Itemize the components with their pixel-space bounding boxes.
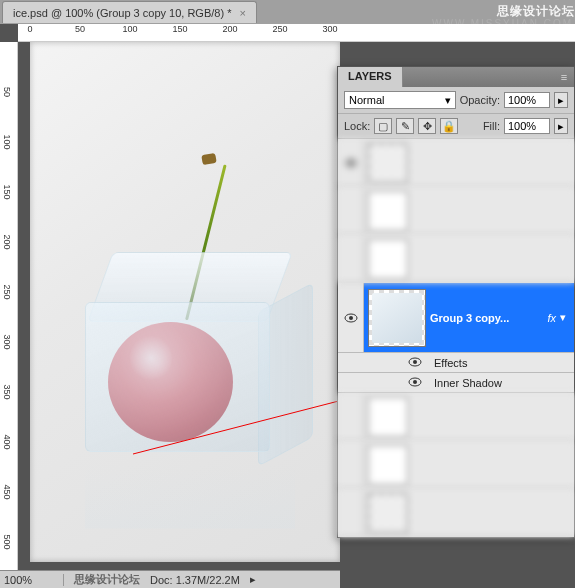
effects-row[interactable]: Effects	[338, 353, 574, 373]
fill-input[interactable]: 100%	[504, 118, 550, 134]
effect-inner-shadow-row[interactable]: Inner Shadow	[338, 373, 574, 393]
layer-thumbnail	[368, 143, 408, 183]
lock-all-icon[interactable]: 🔒	[440, 118, 458, 134]
blend-opacity-row: Normal ▾ Opacity: 100% ▸	[338, 87, 574, 114]
layer-thumbnail	[368, 289, 426, 347]
chevron-down-icon: ▾	[445, 94, 451, 107]
layer-list: Group 3 copy... fx ▾ Effects Inner Shado…	[338, 139, 574, 537]
cherry-stem-top	[201, 153, 217, 165]
zoom-level[interactable]: 100%	[4, 574, 64, 586]
chevron-down-icon[interactable]: ▾	[560, 311, 574, 324]
layer-row[interactable]	[338, 393, 574, 441]
layer-name: Group 3 copy...	[430, 312, 547, 324]
artboard	[30, 42, 340, 562]
document-tab-title: ice.psd @ 100% (Group 3 copy 10, RGB/8) …	[13, 7, 231, 19]
effects-label: Effects	[434, 357, 467, 369]
panel-titlebar: LAYERS ≡	[338, 67, 574, 87]
ruler-horizontal[interactable]: 0 50 100 150 200 250 300	[18, 24, 575, 42]
layers-tab[interactable]: LAYERS	[338, 67, 403, 87]
lock-transparent-icon[interactable]: ▢	[374, 118, 392, 134]
eye-icon[interactable]	[408, 357, 424, 369]
ruler-vertical[interactable]: 50 100 150 200 250 300 350 400 450 500	[0, 42, 18, 572]
layer-row-selected[interactable]: Group 3 copy... fx ▾	[338, 283, 574, 353]
status-bar: 100% 思缘设计论坛 Doc: 1.37M/22.2M ▸	[0, 570, 340, 588]
lock-fill-row: Lock: ▢ ✎ ✥ 🔒 Fill: 100% ▸	[338, 114, 574, 139]
layer-thumbnail	[368, 191, 408, 231]
opacity-flyout-icon[interactable]: ▸	[554, 92, 568, 108]
doc-size: Doc: 1.37M/22.2M	[150, 574, 240, 586]
layer-row[interactable]	[338, 139, 574, 187]
eye-icon[interactable]	[408, 377, 424, 389]
ice-cube	[85, 252, 295, 452]
lock-position-icon[interactable]: ✥	[418, 118, 436, 134]
fill-flyout-icon[interactable]: ▸	[554, 118, 568, 134]
panel-menu-icon[interactable]: ≡	[554, 67, 574, 87]
layer-row[interactable]	[338, 489, 574, 537]
fill-label: Fill:	[483, 120, 500, 132]
layer-thumbnail	[368, 445, 408, 485]
lock-pixels-icon[interactable]: ✎	[396, 118, 414, 134]
chevron-right-icon[interactable]: ▸	[250, 573, 256, 586]
lock-label: Lock:	[344, 120, 370, 132]
close-icon[interactable]: ×	[239, 7, 245, 19]
opacity-label: Opacity:	[460, 94, 500, 106]
layer-row[interactable]	[338, 187, 574, 235]
document-tab[interactable]: ice.psd @ 100% (Group 3 copy 10, RGB/8) …	[2, 1, 257, 23]
svg-point-6	[413, 360, 417, 364]
fx-badge: fx	[547, 312, 556, 324]
layer-thumbnail	[368, 397, 408, 437]
opacity-input[interactable]: 100%	[504, 92, 550, 108]
eye-icon[interactable]	[344, 313, 358, 323]
svg-point-4	[349, 316, 353, 320]
layer-row[interactable]	[338, 441, 574, 489]
eye-icon[interactable]	[344, 158, 358, 168]
layer-thumbnail	[368, 493, 408, 533]
layer-row[interactable]	[338, 235, 574, 283]
layer-thumbnail	[368, 239, 408, 279]
svg-point-8	[413, 380, 417, 384]
status-watermark: 思缘设计论坛	[74, 572, 140, 587]
reflection	[85, 466, 295, 529]
blend-mode-select[interactable]: Normal ▾	[344, 91, 456, 109]
svg-point-2	[349, 161, 353, 165]
inner-shadow-label: Inner Shadow	[434, 377, 502, 389]
layers-panel: LAYERS ≡ Normal ▾ Opacity: 100% ▸ Lock: …	[337, 66, 575, 538]
blend-mode-value: Normal	[349, 94, 384, 106]
